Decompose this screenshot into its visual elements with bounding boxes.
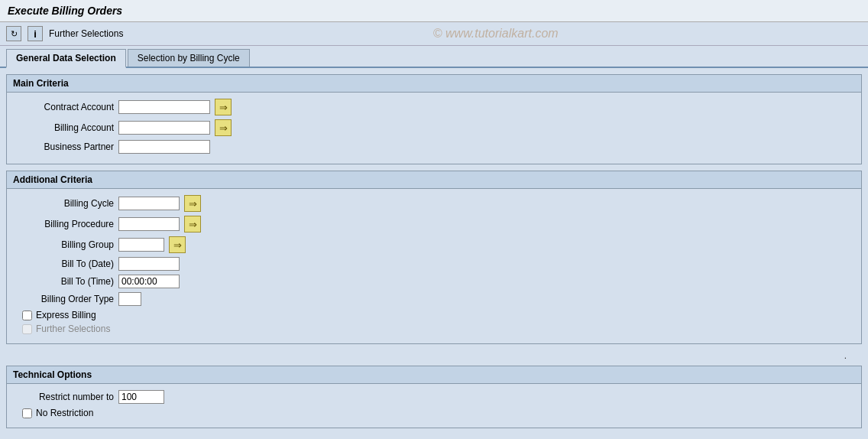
- billing-group-row: Billing Group ⇒: [15, 236, 853, 253]
- further-selections-checkbox: [22, 324, 32, 334]
- billing-procedure-label: Billing Procedure: [15, 219, 114, 229]
- toolbar: ↻ i Further Selections © www.tutorialkar…: [0, 22, 868, 46]
- billing-order-type-input[interactable]: [118, 292, 141, 306]
- bill-to-date-row: Bill To (Date): [15, 257, 853, 271]
- express-billing-label: Express Billing: [36, 310, 96, 320]
- further-selections-label: Further Selections: [49, 28, 123, 39]
- billing-account-input[interactable]: [118, 121, 210, 135]
- billing-account-row: Billing Account ⇒: [15, 119, 853, 136]
- bill-to-time-input[interactable]: [118, 275, 180, 288]
- restrict-number-row: Restrict number to: [15, 390, 853, 404]
- contract-account-input[interactable]: [118, 100, 210, 114]
- no-restriction-row: No Restriction: [22, 408, 853, 418]
- express-billing-checkbox[interactable]: [22, 311, 32, 320]
- technical-options-title: Technical Options: [7, 366, 861, 384]
- main-criteria-title: Main Criteria: [7, 75, 861, 93]
- no-restriction-checkbox[interactable]: [22, 408, 32, 418]
- technical-options-body: Restrict number to No Restriction: [7, 384, 861, 428]
- billing-group-arrow[interactable]: ⇒: [169, 236, 186, 253]
- billing-group-label: Billing Group: [15, 239, 114, 250]
- tab-selection-by-billing-cycle[interactable]: Selection by Billing Cycle: [128, 49, 250, 67]
- contract-account-label: Contract Account: [15, 102, 114, 112]
- further-selections-checkbox-label: Further Selections: [36, 324, 110, 334]
- spacer: .: [6, 350, 862, 366]
- bill-to-time-row: Bill To (Time): [15, 275, 853, 288]
- tab-general-data-selection[interactable]: General Data Selection: [6, 49, 126, 68]
- billing-cycle-label: Billing Cycle: [15, 198, 114, 209]
- page-title: Execute Billing Orders: [0, 0, 868, 22]
- restrict-number-input[interactable]: [118, 390, 164, 404]
- billing-cycle-arrow[interactable]: ⇒: [184, 195, 201, 212]
- main-criteria-body: Contract Account ⇒ Billing Account ⇒ Bus…: [7, 93, 861, 164]
- technical-options-section: Technical Options Restrict number to No …: [6, 366, 862, 428]
- billing-account-arrow[interactable]: ⇒: [215, 119, 232, 136]
- additional-criteria-section: Additional Criteria Billing Cycle ⇒ Bill…: [6, 171, 862, 344]
- bill-to-date-input[interactable]: [118, 257, 180, 271]
- billing-cycle-row: Billing Cycle ⇒: [15, 195, 853, 212]
- express-billing-row: Express Billing: [22, 310, 853, 320]
- business-partner-row: Business Partner: [15, 140, 853, 154]
- main-content: Main Criteria Contract Account ⇒ Billing…: [0, 68, 868, 439]
- additional-criteria-body: Billing Cycle ⇒ Billing Procedure ⇒ Bill…: [7, 189, 861, 343]
- billing-cycle-input[interactable]: [118, 197, 180, 210]
- main-criteria-section: Main Criteria Contract Account ⇒ Billing…: [6, 74, 862, 164]
- watermark: © www.tutorialkart.com: [129, 27, 862, 41]
- back-icon[interactable]: ↻: [6, 26, 21, 41]
- billing-account-label: Billing Account: [15, 122, 114, 133]
- contract-account-arrow[interactable]: ⇒: [215, 99, 232, 115]
- further-selections-button[interactable]: Further Selections: [49, 28, 123, 39]
- billing-procedure-input[interactable]: [118, 217, 180, 231]
- billing-order-type-row: Billing Order Type: [15, 292, 853, 306]
- bill-to-time-label: Bill To (Time): [15, 276, 114, 287]
- bill-to-date-label: Bill To (Date): [15, 259, 114, 269]
- business-partner-input[interactable]: [118, 140, 210, 154]
- billing-procedure-arrow[interactable]: ⇒: [184, 216, 201, 233]
- additional-criteria-title: Additional Criteria: [7, 171, 861, 189]
- billing-procedure-row: Billing Procedure ⇒: [15, 216, 853, 233]
- further-selections-checkbox-row: Further Selections: [22, 324, 853, 334]
- info-icon[interactable]: i: [28, 26, 43, 41]
- title-text: Execute Billing Orders: [8, 5, 122, 17]
- billing-group-input[interactable]: [118, 238, 164, 252]
- contract-account-row: Contract Account ⇒: [15, 99, 853, 115]
- tabs-bar: General Data Selection Selection by Bill…: [0, 46, 868, 68]
- business-partner-label: Business Partner: [15, 141, 114, 152]
- no-restriction-label: No Restriction: [36, 408, 93, 418]
- restrict-number-label: Restrict number to: [15, 392, 114, 402]
- billing-order-type-label: Billing Order Type: [15, 294, 114, 304]
